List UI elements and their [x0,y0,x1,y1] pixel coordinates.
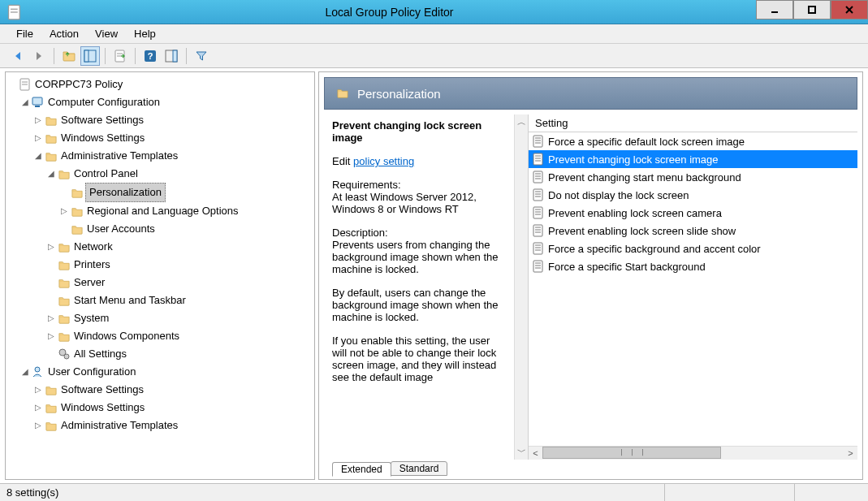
folder-icon [58,277,71,288]
scroll-up-icon[interactable]: ︿ [517,116,526,128]
expand-icon[interactable]: ▷ [59,206,69,216]
folder-icon [45,132,58,144]
close-button[interactable] [831,0,868,19]
tree-cc-admin-templates[interactable]: ◢Administrative Templates [33,147,314,165]
expand-icon[interactable]: ▷ [33,115,43,125]
folder-icon [58,295,71,306]
expand-icon[interactable]: ▷ [33,385,43,395]
list-item[interactable]: Force a specific Start background [529,257,857,275]
tree-start-menu-taskbar[interactable]: Start Menu and Taskbar [46,292,314,309]
computer-icon [32,96,45,109]
show-hide-action-pane-button[interactable] [162,46,181,66]
edit-prefix: Edit [332,155,350,167]
show-hide-tree-button[interactable] [80,46,100,66]
export-button[interactable] [110,46,130,66]
policy-name: Prevent changing lock screen image [332,119,507,144]
tree-cc-software-settings[interactable]: ▷Software Settings [33,111,314,129]
column-header-setting[interactable]: Setting [529,114,857,132]
tree-user-accounts[interactable]: User Accounts [59,220,314,238]
expand-icon[interactable]: ▷ [46,242,56,252]
folder-icon [58,168,71,179]
tree-uc-windows-settings[interactable]: ▷Windows Settings [33,399,314,417]
result-header-title: Personalization [357,87,441,101]
tree-network[interactable]: ▷Network [46,238,314,256]
help-button[interactable]: ? [140,46,160,66]
tree-uc-software-settings[interactable]: ▷Software Settings [33,381,314,399]
menu-help[interactable]: Help [126,28,164,40]
list-item-label: Force a specific Start background [548,261,706,273]
list-item-label: Prevent changing lock screen image [548,153,719,166]
status-cell-2 [665,484,795,501]
expand-icon[interactable]: ▷ [33,403,43,412]
list-item[interactable]: Force a specific background and accent c… [529,240,857,257]
list-item-label: Prevent changing start menu background [548,171,741,184]
expand-icon[interactable]: ▷ [46,313,56,323]
policy-setting-icon [532,224,545,237]
menu-file[interactable]: File [8,28,41,40]
collapse-icon[interactable]: ◢ [46,169,56,179]
maximize-button[interactable] [793,0,831,19]
list-item[interactable]: Prevent changing start menu background [529,168,857,186]
policy-setting-icon [532,206,545,219]
description-p2: By default, users can change the backgro… [332,287,507,323]
status-count: 8 setting(s) [0,484,665,501]
settings-list[interactable]: Force a specific default lock screen ima… [529,132,857,446]
tree-printers[interactable]: Printers [46,256,314,274]
description-heading: Description: [332,227,507,239]
policy-setting-icon [532,153,545,166]
menu-view[interactable]: View [87,28,126,40]
scrollbar-thumb[interactable]: ꠰꠰꠰ [542,447,721,459]
scroll-down-icon[interactable]: ﹀ [517,446,526,458]
tree-root[interactable]: CORPPC73 Policy [7,76,314,93]
folder-icon [58,313,71,324]
status-cell-3 [795,484,868,501]
edit-policy-link[interactable]: policy setting [353,155,414,167]
list-horizontal-scrollbar[interactable]: < ꠰꠰꠰ > [529,446,857,460]
console-tree[interactable]: CORPPC73 Policy ◢ Computer Configuration… [5,71,315,480]
expand-icon[interactable]: ▷ [33,133,43,143]
tree-system[interactable]: ▷System [46,309,314,327]
menu-action[interactable]: Action [41,28,87,40]
window-title: Local Group Policy Editor [23,6,756,19]
tree-regional-language[interactable]: ▷Regional and Language Options [59,202,314,220]
list-item[interactable]: Force a specific default lock screen ima… [529,132,857,150]
list-item[interactable]: Do not display the lock screen [529,186,857,204]
user-icon [32,365,45,378]
list-item[interactable]: Prevent changing lock screen image [529,150,857,168]
collapse-icon[interactable]: ◢ [20,367,30,377]
list-item[interactable]: Prevent enabling lock screen slide show [529,222,857,240]
up-button[interactable] [59,46,79,66]
forward-button[interactable] [29,46,49,66]
scroll-right-icon[interactable]: > [844,448,857,458]
back-button[interactable] [8,46,28,66]
status-bar: 8 setting(s) [0,483,868,501]
tree-windows-components[interactable]: ▷Windows Components [46,327,314,345]
tab-standard[interactable]: Standard [391,461,448,476]
list-item[interactable]: Prevent enabling lock screen camera [529,204,857,222]
tree-uc-admin-templates[interactable]: ▷Administrative Templates [33,417,314,434]
folder-icon [58,330,71,342]
scroll-left-icon[interactable]: < [529,448,542,458]
expand-icon[interactable]: ▷ [33,421,43,430]
result-header: Personalization [324,77,857,110]
collapse-icon[interactable]: ◢ [33,151,43,161]
folder-icon [45,402,58,413]
filter-button[interactable] [192,46,211,66]
tree-cc-windows-settings[interactable]: ▷Windows Settings [33,129,314,147]
view-tabs: Extended Standard [324,460,857,476]
expand-icon[interactable]: ▷ [46,331,56,341]
description-scrollbar[interactable]: ︿ ﹀ [514,114,528,460]
list-item-label: Force a specific default lock screen ima… [548,136,745,148]
tree-personalization[interactable]: Personalization [59,183,314,202]
tree-user-configuration[interactable]: ◢User Configuration [20,363,314,381]
tree-computer-configuration[interactable]: ◢ Computer Configuration [20,93,314,111]
policy-setting-icon [532,171,545,184]
result-pane: Personalization Prevent changing lock sc… [318,71,863,480]
collapse-icon[interactable]: ◢ [20,97,30,107]
tab-extended[interactable]: Extended [332,462,391,477]
tree-control-panel[interactable]: ◢Control Panel [46,165,314,183]
tree-server[interactable]: Server [46,274,314,292]
toolbar: ? [0,44,868,68]
tree-all-settings[interactable]: All Settings [46,345,314,363]
minimize-button[interactable] [756,0,793,19]
